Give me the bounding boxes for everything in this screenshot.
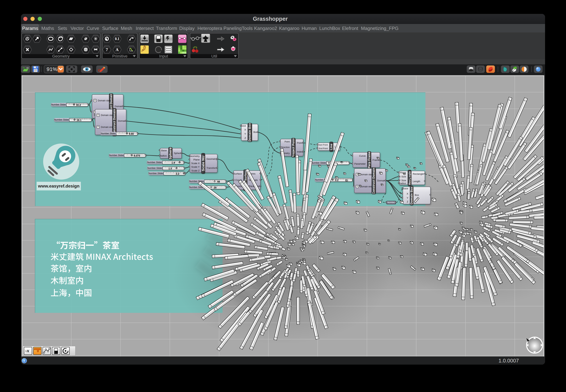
svg-text:7: 7	[106, 47, 108, 52]
svg-text:0.1: 0.1	[115, 37, 119, 41]
svg-text:A: A	[116, 47, 119, 52]
